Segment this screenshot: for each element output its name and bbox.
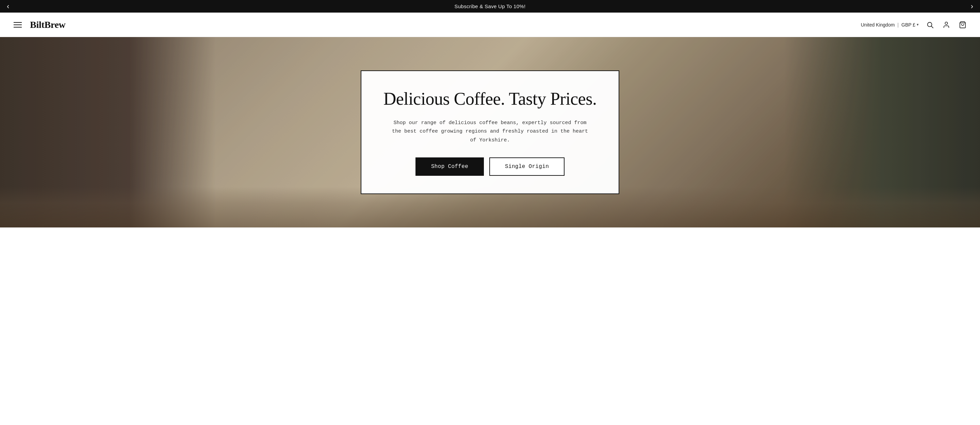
header-right: United Kingdom | GBP £ ▾ (861, 20, 968, 30)
header-left: BiltBrew (12, 19, 66, 30)
currency-code-label: GBP £ (901, 22, 915, 27)
announcement-text: Subscribe & Save Up To 10%! (455, 3, 526, 9)
shop-coffee-button[interactable]: Shop Coffee (415, 157, 484, 176)
search-icon (926, 21, 934, 29)
hamburger-menu-button[interactable] (12, 21, 23, 29)
pipe-separator: | (897, 22, 899, 27)
svg-line-1 (931, 26, 933, 28)
site-logo[interactable]: BiltBrew (30, 19, 66, 30)
hero-title: Delicious Coffee. Tasty Prices. (382, 89, 598, 109)
currency-selector[interactable]: United Kingdom | GBP £ ▾ (861, 22, 919, 27)
cart-button[interactable] (958, 20, 968, 30)
announcement-next-button[interactable]: › (971, 3, 973, 10)
hero-card: Delicious Coffee. Tasty Prices. Shop our… (361, 70, 619, 194)
search-button[interactable] (925, 20, 935, 30)
cart-icon (959, 21, 966, 29)
chevron-down-icon: ▾ (917, 22, 919, 27)
svg-point-2 (945, 22, 947, 24)
announcement-bar: ‹ Subscribe & Save Up To 10%! › (0, 0, 980, 13)
hero-section: Delicious Coffee. Tasty Prices. Shop our… (0, 37, 980, 227)
user-icon (943, 21, 950, 29)
hero-description: Shop our range of delicious coffee beans… (391, 119, 589, 145)
single-origin-button[interactable]: Single Origin (489, 157, 565, 176)
hero-buttons: Shop Coffee Single Origin (382, 157, 598, 176)
country-label: United Kingdom (861, 22, 895, 27)
account-button[interactable] (941, 20, 951, 30)
announcement-prev-button[interactable]: ‹ (7, 3, 9, 10)
site-header: BiltBrew United Kingdom | GBP £ ▾ (0, 13, 980, 37)
